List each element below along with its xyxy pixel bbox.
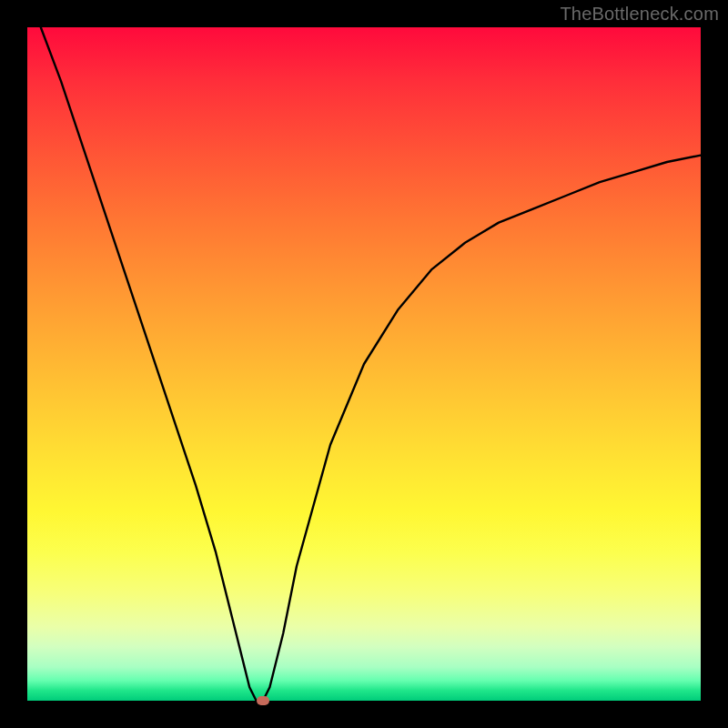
chart-frame: TheBottleneck.com [0, 0, 728, 728]
curve-svg [27, 27, 701, 701]
optimum-marker [257, 696, 269, 705]
plot-area [27, 27, 701, 701]
bottleneck-curve [41, 27, 701, 701]
watermark-text: TheBottleneck.com [560, 4, 719, 25]
